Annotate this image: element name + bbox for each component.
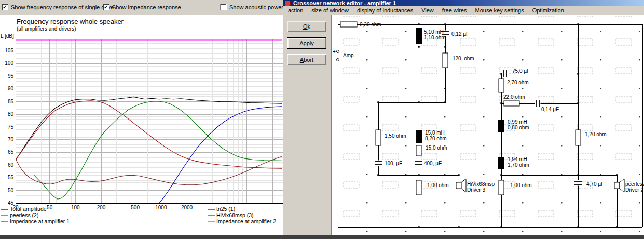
- menu-display-of-inductances[interactable]: display of inductances: [353, 7, 417, 14]
- abort-button[interactable]: Abort: [287, 54, 326, 65]
- menu-optimization[interactable]: Optimization: [528, 7, 568, 14]
- resistor[interactable]: [416, 180, 421, 195]
- checkbox-show-frequency-response[interactable]: ✓ Show frequency response of single driv…: [2, 4, 114, 10]
- legend-label: peerless (2): [10, 212, 38, 218]
- button-panel: Ok Apply Abort: [283, 15, 331, 235]
- component-label: 0,14 µF: [541, 107, 559, 112]
- inductor[interactable]: [498, 120, 504, 132]
- capacitor[interactable]: [374, 161, 382, 166]
- component-label: 1,94 mH: [508, 156, 527, 162]
- checkbox-show-acoustic-power[interactable]: Show acoustic power: [220, 4, 283, 10]
- y-tick-label: 95: [8, 73, 14, 79]
- y-tick-label: 50: [8, 188, 14, 193]
- checkbox-box[interactable]: ✓: [2, 4, 8, 10]
- component-label: 0,99 mH: [508, 119, 527, 125]
- component-label: 1,70 ohm: [508, 162, 529, 168]
- y-tick-label: 65: [8, 149, 14, 155]
- component-label: 0,80 ohm: [508, 125, 529, 130]
- apply-button[interactable]: Apply: [287, 37, 326, 49]
- junction-node: [377, 174, 379, 176]
- inductor[interactable]: [416, 28, 422, 44]
- menu-free-wires[interactable]: free wires: [438, 7, 471, 14]
- capacitor[interactable]: [502, 70, 508, 78]
- checkbox-label: Show impedance response: [112, 4, 181, 10]
- x-tick-label: 2000: [181, 205, 193, 210]
- taskbar[interactable]: [0, 235, 644, 239]
- component-label: +: [333, 49, 336, 55]
- circuit-diagram[interactable]: 0,30 ohm5,10 mH1,10 ohm0,12 µF120, ohm75…: [332, 15, 644, 235]
- junction-node: [500, 73, 502, 74]
- checkbox-box[interactable]: [220, 4, 227, 10]
- junction-node: [500, 102, 502, 104]
- junction-node: [377, 101, 379, 103]
- junction-node: [500, 174, 502, 176]
- junction-node: [444, 101, 446, 103]
- legend-label: Impedance at amplifier 2: [216, 218, 276, 224]
- junction-node: [418, 226, 419, 228]
- junction-node: [458, 226, 459, 228]
- y-tick-label: 105: [5, 48, 13, 54]
- resistor[interactable]: [340, 22, 357, 27]
- component-label: Driver 3: [467, 187, 485, 193]
- ok-button[interactable]: Ok: [287, 21, 326, 32]
- capacitor[interactable]: [415, 161, 423, 166]
- junction-node: [577, 226, 579, 228]
- component-label: 1,20 ohm: [585, 131, 607, 137]
- x-tick-label: 200: [97, 205, 106, 210]
- component-label: Amp: [343, 52, 354, 58]
- amp-terminal[interactable]: [337, 50, 339, 53]
- y-tick-label: 85: [8, 99, 14, 104]
- y-tick-label: 45: [8, 200, 14, 206]
- x-tick-label: 100: [71, 205, 80, 210]
- checkbox-show-impedance-response[interactable]: ✓ Show impedance response: [103, 4, 181, 10]
- title-bar[interactable]: Crossover network editor - amplifier 1: [283, 0, 644, 6]
- menu-view[interactable]: View: [417, 7, 438, 14]
- junction-node: [458, 174, 459, 176]
- legend-label: Total amplitude: [10, 206, 47, 212]
- menu-mouse-key-settings[interactable]: Mouse key settings: [471, 7, 528, 14]
- resistor[interactable]: [416, 145, 421, 156]
- component-label: 100, µF: [385, 161, 402, 166]
- capacitor[interactable]: [535, 99, 541, 108]
- y-tick-label: 55: [8, 175, 14, 180]
- junction-node: [418, 101, 419, 103]
- circuit-canvas[interactable]: 0,30 ohm5,10 mH1,10 ohm0,12 µF120, ohm75…: [331, 15, 644, 235]
- capacitor[interactable]: [574, 180, 582, 186]
- crossover-editor-window: Crossover network editor - amplifier 1 a…: [283, 0, 644, 235]
- inductor[interactable]: [416, 130, 422, 143]
- checkbox-box[interactable]: ✓: [103, 4, 109, 10]
- curves: [16, 40, 282, 203]
- component-label: 400, µF: [424, 161, 442, 166]
- amp-terminal[interactable]: [337, 59, 339, 61]
- inductor[interactable]: [498, 157, 504, 169]
- y-tick-label: 90: [8, 86, 14, 91]
- component-label: 22,0 ohm: [503, 94, 525, 100]
- junction-node: [500, 226, 502, 228]
- component-label: peerless: [625, 181, 644, 187]
- resistor[interactable]: [504, 101, 519, 106]
- menu-size-of-window[interactable]: size of window: [307, 7, 353, 14]
- resistor[interactable]: [499, 180, 504, 195]
- component-label: 1,10 ohm: [424, 35, 446, 41]
- menu-bar: action size of window display of inducta…: [283, 6, 644, 15]
- component-label: HiVix68msp: [467, 181, 495, 187]
- junction-node: [616, 174, 618, 176]
- component-label: 0,12 µF: [451, 31, 469, 37]
- chart-toolbar: ✓ Show frequency response of single driv…: [0, 0, 283, 15]
- junction-node: [577, 102, 579, 104]
- junction-node: [577, 174, 579, 176]
- x-tick-label: 500: [131, 205, 140, 210]
- resistor[interactable]: [443, 53, 448, 68]
- x-tick-label: 1000: [155, 205, 167, 210]
- legend-label: Impedance at amplifier 1: [10, 218, 70, 224]
- y-tick-label: 75: [8, 124, 14, 130]
- component-label: 2,70 ohm: [507, 79, 529, 85]
- legend-label: tn25 (1): [216, 206, 235, 212]
- checkbox-label: Show frequency response of single drive: [11, 4, 114, 10]
- resistor[interactable]: [376, 130, 381, 145]
- resistor[interactable]: [499, 79, 504, 92]
- component-label: 1,00 ohm: [510, 182, 532, 188]
- resistor[interactable]: [576, 130, 581, 145]
- menu-action[interactable]: action: [284, 7, 307, 14]
- junction-node: [616, 226, 618, 228]
